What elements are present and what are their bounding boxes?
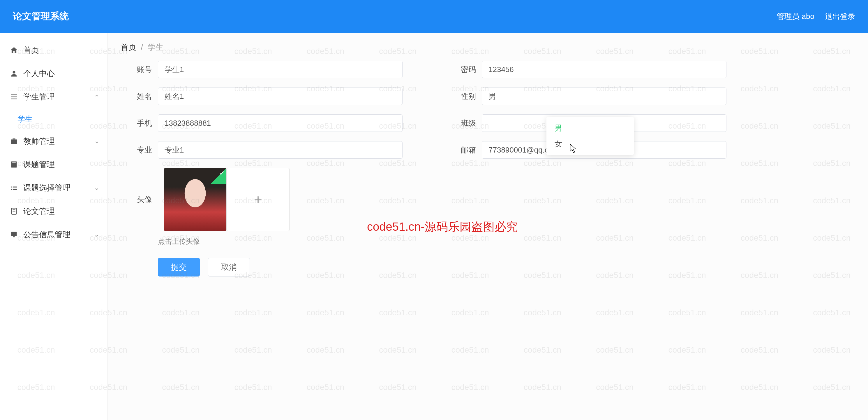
- major-input[interactable]: [158, 141, 403, 159]
- gender-select[interactable]: [482, 87, 726, 105]
- name-label: 姓名: [125, 91, 152, 102]
- select-icon: [10, 184, 18, 192]
- sidebar-item-profile[interactable]: 个人中心: [0, 62, 107, 85]
- chevron-down-icon: ⌄: [94, 184, 99, 192]
- svg-rect-3: [11, 99, 17, 99]
- sidebar-item-label: 论文管理: [23, 206, 107, 217]
- svg-rect-7: [12, 163, 16, 163]
- breadcrumb-sep: /: [141, 43, 143, 52]
- avatar-hint: 点击上传头像: [158, 237, 850, 246]
- sidebar-item-label: 课题选择管理: [23, 183, 94, 193]
- svg-rect-1: [11, 94, 17, 95]
- sidebar-item-label: 公告信息管理: [23, 229, 94, 240]
- cancel-button[interactable]: 取消: [208, 258, 250, 277]
- account-label: 账号: [125, 64, 152, 75]
- sidebar-item-topic-mgmt[interactable]: 课题管理: [0, 153, 107, 176]
- submit-button[interactable]: 提交: [158, 258, 200, 277]
- svg-rect-10: [11, 189, 12, 190]
- check-icon: [211, 168, 226, 184]
- student-form: 账号 密码 姓名 性别 手机 班级: [108, 58, 868, 288]
- sidebar-item-label: 个人中心: [23, 68, 107, 79]
- sidebar-item-label: 首页: [23, 45, 107, 55]
- svg-point-0: [12, 71, 15, 74]
- main-content: 首页 / 学生 账号 密码 姓名 性别: [108, 33, 868, 420]
- sidebar-sub-student[interactable]: 学生: [0, 109, 107, 130]
- dropdown-option-female[interactable]: 女: [547, 136, 634, 152]
- chevron-down-icon: ⌄: [94, 93, 99, 101]
- svg-rect-9: [11, 188, 12, 188]
- avatar-label: 头像: [125, 195, 152, 205]
- name-input[interactable]: [158, 87, 403, 105]
- logout-button[interactable]: 退出登录: [825, 11, 855, 22]
- password-input[interactable]: [482, 61, 726, 78]
- header-user[interactable]: 管理员 abo: [777, 11, 814, 22]
- class-label: 班级: [449, 118, 476, 128]
- app-title: 论文管理系统: [13, 10, 69, 23]
- sidebar-item-teacher-mgmt[interactable]: 教师管理 ⌄: [0, 130, 107, 153]
- breadcrumb: 首页 / 学生: [108, 33, 868, 58]
- email-label: 邮箱: [449, 145, 476, 155]
- dropdown-option-male[interactable]: 男: [547, 120, 634, 136]
- plus-icon: +: [254, 192, 262, 208]
- app-header: 论文管理系统 管理员 abo 退出登录: [0, 0, 868, 33]
- phone-input[interactable]: [158, 114, 403, 132]
- account-input[interactable]: [158, 61, 403, 78]
- svg-rect-4: [11, 139, 17, 144]
- major-label: 专业: [125, 145, 152, 155]
- password-label: 密码: [449, 64, 476, 75]
- book-icon: [10, 161, 18, 169]
- phone-label: 手机: [125, 118, 152, 128]
- list-icon: [10, 93, 18, 101]
- breadcrumb-current: 学生: [148, 43, 163, 52]
- sidebar-item-notice-mgmt[interactable]: 公告信息管理 ⌄: [0, 223, 107, 246]
- sidebar-item-label: 学生管理: [23, 91, 94, 102]
- gender-label: 性别: [449, 91, 476, 102]
- case-icon: [10, 137, 18, 145]
- svg-rect-12: [13, 188, 17, 188]
- svg-rect-6: [11, 162, 17, 168]
- notice-icon: [10, 230, 18, 239]
- svg-rect-18: [13, 236, 15, 237]
- sidebar-item-label: 课题管理: [23, 159, 107, 170]
- user-icon: [10, 69, 18, 78]
- sidebar-item-thesis-mgmt[interactable]: 论文管理: [0, 199, 107, 223]
- home-icon: [10, 46, 18, 54]
- svg-rect-13: [13, 189, 17, 190]
- avatar-thumbnail[interactable]: [164, 168, 227, 231]
- svg-rect-17: [11, 232, 17, 236]
- doc-icon: [10, 207, 18, 215]
- chevron-down-icon: ⌄: [94, 137, 99, 145]
- sidebar-item-topic-select-mgmt[interactable]: 课题选择管理 ⌄: [0, 176, 107, 199]
- chevron-down-icon: ⌄: [94, 231, 99, 238]
- gender-dropdown: 男 女: [547, 117, 634, 155]
- sidebar-item-home[interactable]: 首页: [0, 38, 107, 62]
- sidebar-item-label: 教师管理: [23, 136, 94, 146]
- avatar-upload-button[interactable]: +: [227, 168, 289, 231]
- svg-rect-8: [11, 186, 12, 186]
- breadcrumb-root[interactable]: 首页: [121, 43, 136, 52]
- sidebar: 首页 个人中心 学生管理 ⌄ 学生 教师管理 ⌄ 课题管理 课题选择管理 ⌄ 论…: [0, 33, 108, 420]
- svg-rect-11: [13, 186, 17, 186]
- svg-rect-2: [11, 96, 17, 97]
- sidebar-item-student-mgmt[interactable]: 学生管理 ⌄: [0, 85, 107, 109]
- svg-rect-5: [12, 139, 15, 140]
